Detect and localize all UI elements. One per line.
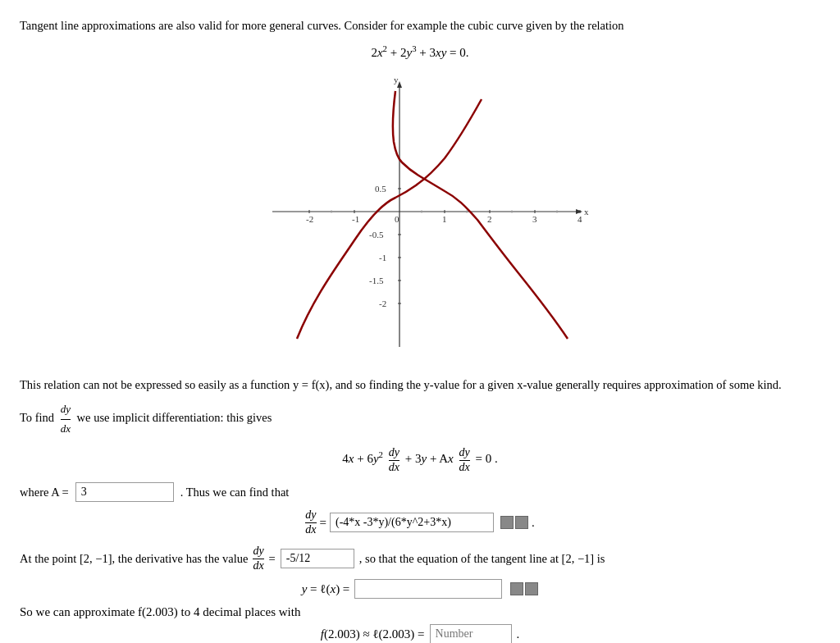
equals-sign: = [320, 516, 326, 530]
where-a-input[interactable] [75, 482, 174, 502]
tangent-equation-line: y = ℓ(x) = [20, 579, 820, 599]
svg-text:0.5: 0.5 [375, 184, 386, 194]
approx-value-input[interactable] [430, 624, 512, 643]
implicit-diff-equation: 4x + 6y2 dy dx + 3y + Ax dy dx = 0 . [20, 446, 820, 474]
svg-text:1: 1 [442, 214, 447, 224]
tangent-eq-input[interactable] [354, 579, 502, 599]
svg-text:-0.5: -0.5 [369, 230, 384, 239]
at-point-text: At the point [2, −1], the derivative has… [20, 552, 248, 566]
svg-text:-2: -2 [379, 299, 386, 308]
to-find-line: To find dy dx we use implicit differenti… [20, 400, 820, 438]
so-that-text: , so that the equation of the tangent li… [359, 552, 605, 566]
copy-icon-1[interactable] [500, 516, 514, 529]
cubic-curve-graph: x y -2 -1 0 1 2 3 4 0.5 -0.5 -1 -1. [248, 76, 592, 355]
copy-icon-2[interactable] [515, 516, 528, 529]
x-axis-label: x [584, 207, 589, 217]
dy-dx-formula-line: dy dx = . [20, 508, 820, 536]
tangent-copy-icon-2[interactable] [525, 582, 538, 595]
thus-text: . Thus we can find that [180, 486, 290, 499]
approx-label: f(2.003) ≈ ℓ(2.003) = [321, 627, 425, 641]
svg-text:-1: -1 [352, 214, 359, 224]
derivative-value-input[interactable] [281, 549, 354, 568]
at-point-line: At the point [2, −1], the derivative has… [20, 545, 820, 572]
intro-text: Tangent line approximations are also val… [20, 16, 820, 35]
tangent-icons[interactable] [510, 582, 538, 595]
dy-dx-formula-input[interactable] [330, 513, 494, 532]
svg-text:-1.5: -1.5 [369, 276, 384, 285]
where-label: where A = [20, 486, 69, 499]
y-axis-label: y [394, 76, 399, 84]
svg-text:2: 2 [487, 214, 492, 224]
approx-equation-line: f(2.003) ≈ ℓ(2.003) = . [20, 624, 820, 643]
svg-text:-1: -1 [379, 253, 386, 262]
svg-text:-2: -2 [306, 214, 313, 224]
svg-text:4: 4 [578, 214, 582, 224]
period: . [517, 627, 520, 641]
graph-container: x y -2 -1 0 1 2 3 4 0.5 -0.5 -1 -1. [20, 76, 820, 355]
relation-text: This relation can not be expressed so ea… [20, 375, 820, 395]
where-a-line: where A = . Thus we can find that [20, 482, 820, 502]
formula-icons[interactable] [500, 516, 528, 529]
approx-text: So we can approximate f(2.003) to 4 deci… [20, 605, 820, 619]
svg-text:3: 3 [532, 214, 537, 224]
main-equation: 2x2 + 2y3 + 3xy = 0. [20, 43, 820, 60]
tangent-eq-label: y = ℓ(x) = [302, 582, 350, 596]
svg-text:0: 0 [395, 214, 399, 224]
tangent-copy-icon-1[interactable] [510, 582, 523, 595]
